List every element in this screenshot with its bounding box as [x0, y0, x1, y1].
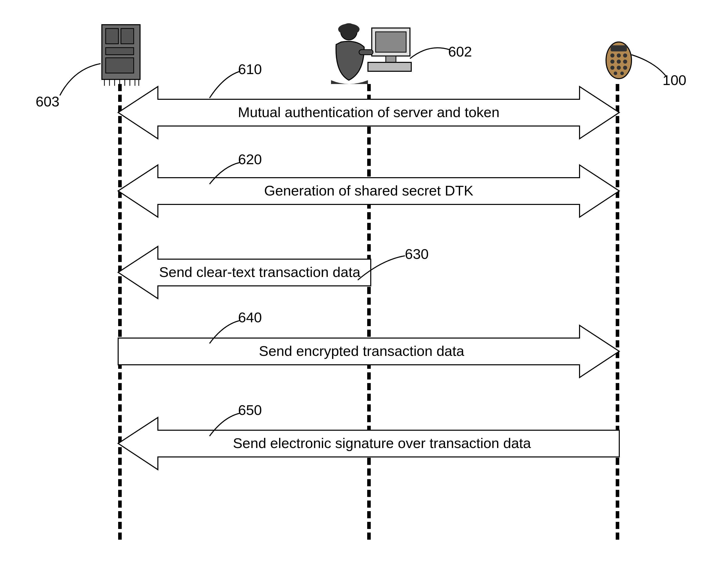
- svg-point-23: [617, 53, 621, 57]
- svg-point-18: [338, 24, 360, 35]
- arrow-630-text: Send clear-text transaction data: [159, 264, 361, 280]
- arrow-610: Mutual authentication of server and toke…: [117, 84, 620, 141]
- svg-point-24: [623, 53, 627, 57]
- arrow-630: Send clear-text transaction data: [117, 244, 372, 301]
- svg-rect-19: [359, 50, 373, 55]
- svg-rect-16: [368, 62, 411, 71]
- svg-rect-1: [106, 28, 119, 44]
- svg-point-22: [610, 53, 615, 57]
- arrow-650: Send electronic signature over transacti…: [117, 415, 620, 472]
- svg-point-31: [614, 72, 617, 75]
- arrow-640: Send encrypted transaction data: [117, 323, 620, 380]
- svg-point-28: [610, 66, 615, 70]
- svg-point-30: [623, 66, 627, 70]
- user-icon: [321, 22, 418, 88]
- svg-point-26: [617, 59, 621, 64]
- svg-point-32: [620, 72, 624, 75]
- arrow-640-text: Send encrypted transaction data: [259, 343, 464, 359]
- arrow-620: Generation of shared secret DTK: [117, 162, 620, 220]
- sequence-diagram: 603 602 100 Mutual authentication of ser…: [0, 0, 728, 586]
- arrow-650-text: Send electronic signature over transacti…: [233, 435, 531, 451]
- svg-point-27: [623, 59, 627, 64]
- svg-rect-4: [106, 58, 134, 73]
- svg-rect-21: [610, 45, 627, 51]
- svg-rect-14: [375, 32, 406, 52]
- svg-rect-3: [106, 48, 134, 55]
- svg-rect-2: [121, 28, 134, 44]
- arrow-620-text: Generation of shared secret DTK: [264, 183, 473, 198]
- label-server-ref: 603: [36, 93, 59, 110]
- svg-point-25: [610, 59, 615, 64]
- svg-point-29: [617, 66, 621, 70]
- svg-rect-15: [386, 56, 396, 62]
- token-icon: [605, 41, 633, 80]
- arrow-610-text: Mutual authentication of server and toke…: [238, 104, 499, 120]
